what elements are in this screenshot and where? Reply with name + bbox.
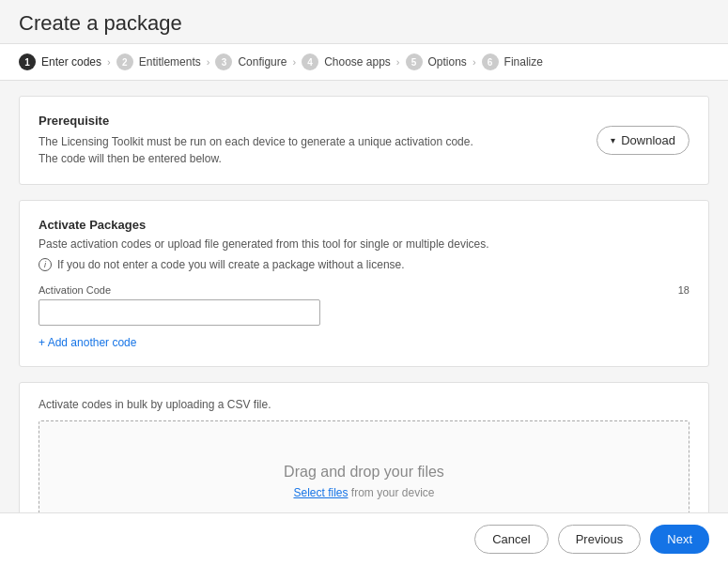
activate-packages-description: Paste activation codes or upload file ge…	[39, 237, 689, 251]
info-icon: i	[39, 258, 52, 271]
step-1-number: 1	[19, 53, 36, 70]
field-header: Activation Code 18	[39, 284, 689, 296]
previous-button[interactable]: Previous	[558, 525, 642, 554]
bulk-title: Activate codes in bulk by uploading a CS…	[39, 398, 689, 411]
step-4: 4 Choose apps	[302, 53, 391, 70]
step-2-number: 2	[116, 53, 133, 70]
drop-zone-suffix: from your device	[348, 486, 434, 499]
prerequisite-title: Prerequisite	[39, 114, 596, 128]
step-4-number: 4	[302, 53, 318, 70]
activation-code-field: Activation Code 18	[39, 284, 689, 326]
step-2: 2 Entitlements	[116, 53, 201, 70]
footer: Cancel Previous Next	[0, 512, 728, 565]
step-2-label: Entitlements	[139, 55, 201, 69]
info-row: i If you do not enter a code you will cr…	[39, 258, 689, 271]
prerequisite-description: The Licensing Toolkit must be run on eac…	[39, 133, 489, 167]
add-code-link[interactable]: + Add another code	[39, 336, 136, 349]
step-6: 6 Finalize	[482, 53, 543, 70]
chevron-down-icon: ▾	[611, 135, 615, 145]
activate-packages-title: Activate Packages	[39, 218, 689, 232]
cancel-button[interactable]: Cancel	[474, 525, 548, 554]
info-text: If you do not enter a code you will crea…	[57, 258, 405, 271]
download-label: Download	[621, 133, 675, 147]
step-3-number: 3	[215, 53, 232, 70]
step-arrow-4: ›	[396, 56, 400, 68]
activation-code-label: Activation Code	[39, 284, 111, 296]
page-title: Create a package	[19, 11, 709, 36]
next-button[interactable]: Next	[650, 525, 709, 554]
step-6-number: 6	[482, 53, 499, 70]
download-button[interactable]: ▾ Download	[596, 126, 689, 155]
drop-zone-sub: Select files from your device	[293, 486, 434, 499]
step-3: 3 Configure	[215, 53, 287, 70]
select-files-link[interactable]: Select files	[293, 486, 348, 499]
step-1-label: Enter codes	[41, 55, 101, 69]
drop-zone-text: Drag and drop your files	[284, 464, 444, 481]
step-arrow-3: ›	[292, 56, 296, 68]
step-5: 5 Options	[406, 53, 467, 70]
step-1: 1 Enter codes	[19, 53, 101, 70]
char-count: 18	[678, 284, 689, 296]
step-arrow-5: ›	[472, 56, 476, 68]
stepper: 1 Enter codes › 2 Entitlements › 3 Confi…	[0, 43, 728, 81]
activate-packages-card: Activate Packages Paste activation codes…	[19, 200, 709, 367]
step-5-label: Options	[428, 55, 467, 69]
prerequisite-card: Prerequisite The Licensing Toolkit must …	[19, 96, 709, 185]
step-4-label: Choose apps	[324, 55, 391, 69]
activation-code-input[interactable]	[39, 299, 320, 326]
step-arrow-2: ›	[207, 56, 210, 68]
step-6-label: Finalize	[504, 55, 543, 69]
step-3-label: Configure	[238, 55, 287, 69]
prerequisite-info: Prerequisite The Licensing Toolkit must …	[39, 114, 596, 167]
step-arrow-1: ›	[107, 56, 111, 68]
step-5-number: 5	[406, 53, 423, 70]
